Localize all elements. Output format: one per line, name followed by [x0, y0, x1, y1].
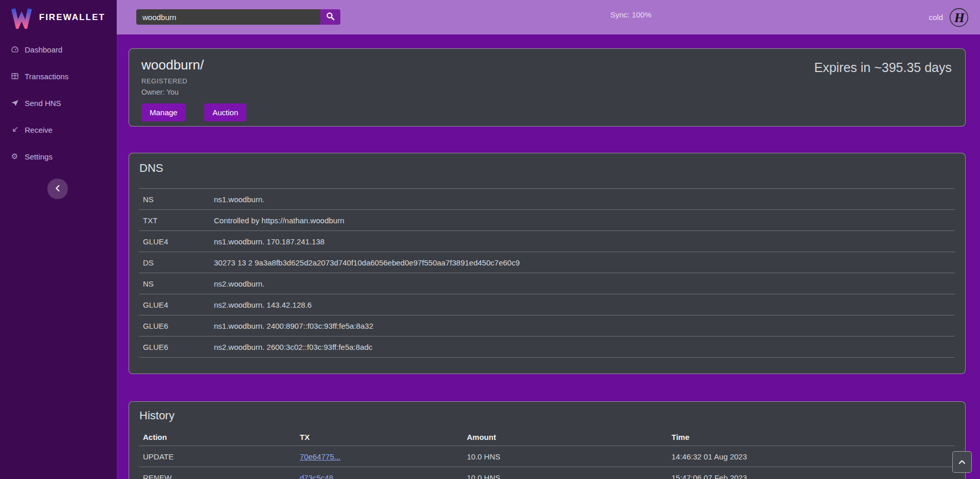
dns-record-value: ns1.woodburn.: [214, 195, 955, 204]
history-col-tx: TX: [300, 433, 467, 441]
dns-record-row: NS ns2.woodburn.: [139, 273, 955, 294]
history-col-action: Action: [143, 433, 300, 441]
domain-card: woodburn/ REGISTERED Owner: You Manage A…: [129, 48, 966, 127]
svg-text:H: H: [954, 10, 965, 25]
dns-record-row: TXT Controlled by https://nathan.woodbur…: [139, 210, 955, 231]
manage-button[interactable]: Manage: [141, 103, 186, 121]
sidebar-item-label: Send HNS: [25, 99, 61, 108]
sidebar-item-transactions[interactable]: Transactions: [0, 68, 117, 84]
sidebar-item-label: Receive: [25, 126, 52, 134]
dns-record-row: GLUE4 ns2.woodburn. 143.42.128.6: [139, 294, 955, 315]
dns-record-type: GLUE6: [143, 343, 214, 351]
dns-record-type: TXT: [143, 216, 214, 225]
dns-record-value: 30273 13 2 9a3a8fb3d625d2a2073d740f10da6…: [214, 258, 955, 267]
sidebar-item-label: Dashboard: [25, 45, 62, 54]
gear-icon: ⚙: [10, 152, 19, 161]
history-col-time: Time: [672, 433, 955, 441]
domain-owner: Owner: You: [141, 88, 953, 96]
dns-record-row: NS ns1.woodburn.: [139, 189, 955, 210]
expires-label: Expires in ~395.35 days: [814, 60, 952, 75]
chevron-left-icon: [55, 185, 61, 193]
dns-record-type: DS: [143, 258, 214, 267]
history-time: 15:47:06 07 Feb 2023: [672, 473, 955, 479]
main-content: woodburn/ REGISTERED Owner: You Manage A…: [117, 34, 980, 479]
history-header-row: Action TX Amount Time: [139, 429, 955, 446]
sidebar-item-settings[interactable]: ⚙ Settings: [0, 149, 117, 164]
topbar: Sync: 100% cold H: [117, 0, 980, 34]
dns-record-row: DS 30273 13 2 9a3a8fb3d625d2a2073d740f10…: [139, 252, 955, 273]
tx-link[interactable]: d73c5c48...: [300, 473, 340, 479]
history-action: UPDATE: [143, 452, 300, 461]
sidebar-collapse-button[interactable]: [47, 179, 68, 199]
sidebar-item-label: Transactions: [25, 72, 68, 81]
sidebar: FIREWALLET Dashboard Transactions Send H…: [0, 0, 117, 479]
handshake-logo-icon: H: [949, 8, 969, 27]
table-icon: [10, 72, 19, 81]
dns-record-type: GLUE4: [143, 300, 214, 309]
dns-record-value: ns1.woodburn. 2400:8907::f03c:93ff:fe5a:…: [214, 322, 955, 330]
history-time: 14:46:32 01 Aug 2023: [672, 452, 955, 461]
dns-card: DNS NS ns1.woodburn. TXT Controlled by h…: [129, 153, 966, 374]
firewallet-logo-icon: [10, 6, 33, 29]
auction-button[interactable]: Auction: [204, 103, 246, 121]
dns-record-row: GLUE6 ns2.woodburn. 2600:3c02::f03c:93ff…: [139, 336, 955, 358]
dns-record-value: Controlled by https://nathan.woodburn: [214, 216, 955, 225]
history-col-amount: Amount: [467, 433, 672, 441]
dns-record-value: ns2.woodburn. 2600:3c02::f03c:93ff:fe5a:…: [214, 343, 955, 351]
dns-record-value: ns2.woodburn.: [214, 279, 955, 288]
search-icon: [326, 12, 335, 22]
dns-record-type: NS: [143, 195, 214, 204]
wallet-area[interactable]: cold H: [929, 0, 969, 34]
history-title: History: [139, 409, 955, 422]
dns-record-value: ns2.woodburn. 143.42.128.6: [214, 300, 955, 309]
history-row: RENEW d73c5c48... 10.0 HNS 15:47:06 07 F…: [139, 467, 955, 479]
chevron-up-icon: [958, 458, 966, 466]
history-card: History Action TX Amount Time UPDATE 70e…: [129, 401, 966, 479]
history-table: Action TX Amount Time UPDATE 70e64775...…: [139, 429, 955, 479]
tx-link[interactable]: 70e64775...: [300, 452, 340, 461]
dns-title: DNS: [139, 162, 955, 175]
dns-record-row: GLUE6 ns1.woodburn. 2400:8907::f03c:93ff…: [139, 315, 955, 336]
sidebar-item-label: Settings: [25, 152, 52, 161]
search-button[interactable]: [320, 9, 340, 25]
searchbox: [136, 9, 340, 25]
sidebar-item-dashboard[interactable]: Dashboard: [0, 42, 117, 57]
sync-status: Sync: 100%: [610, 10, 651, 19]
search-input[interactable]: [136, 9, 320, 25]
brand-name: FIREWALLET: [39, 12, 105, 23]
history-action: RENEW: [143, 473, 300, 479]
sidebar-nav: Dashboard Transactions Send HNS Receive …: [0, 34, 117, 164]
arrow-down-left-icon: [10, 126, 19, 134]
history-amount: 10.0 HNS: [467, 452, 672, 461]
scroll-to-top-button[interactable]: [952, 451, 972, 473]
dns-record-type: GLUE4: [143, 237, 214, 246]
sidebar-item-receive[interactable]: Receive: [0, 122, 117, 137]
dns-table: NS ns1.woodburn. TXT Controlled by https…: [139, 188, 955, 358]
dns-record-value: ns1.woodburn. 170.187.241.138: [214, 237, 955, 246]
gauge-icon: [10, 45, 19, 54]
history-row: UPDATE 70e64775... 10.0 HNS 14:46:32 01 …: [139, 446, 955, 467]
brand: FIREWALLET: [0, 0, 117, 34]
wallet-name: cold: [929, 13, 943, 22]
dns-record-type: NS: [143, 279, 214, 288]
domain-status: REGISTERED: [141, 77, 953, 85]
sidebar-item-send-hns[interactable]: Send HNS: [0, 95, 117, 111]
dns-record-row: GLUE4 ns1.woodburn. 170.187.241.138: [139, 231, 955, 252]
dns-record-type: GLUE6: [143, 322, 214, 330]
paper-plane-icon: [10, 99, 19, 108]
history-amount: 10.0 HNS: [467, 473, 672, 479]
